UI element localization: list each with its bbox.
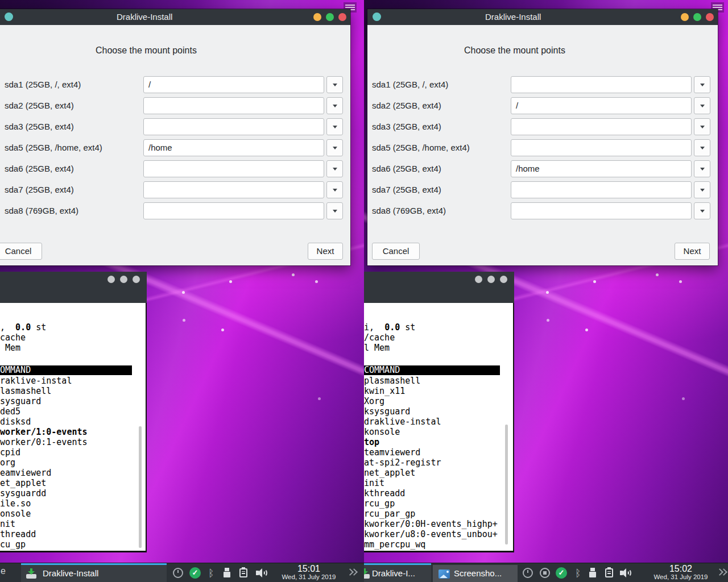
usb-device-icon[interactable]: [221, 567, 233, 579]
cancel-button[interactable]: Cancel: [0, 243, 42, 260]
clock-date: Wed, 31 July 2019: [643, 573, 718, 581]
command-column-header: COMMAND: [364, 365, 500, 375]
window-button[interactable]: [500, 276, 507, 283]
combo-dropdown-button[interactable]: [326, 181, 343, 198]
chevron-down-icon: [333, 147, 337, 149]
usb-device-icon[interactable]: [587, 567, 598, 579]
maximize-button[interactable]: [326, 13, 334, 21]
partition-label: sda5 (25GB, /home, ext4): [5, 143, 102, 152]
next-button[interactable]: Next: [675, 243, 710, 260]
combo-dropdown-button[interactable]: [326, 139, 343, 156]
process-name: cu_gp: [0, 539, 141, 550]
panel-expander-icon[interactable]: [717, 568, 728, 579]
window-titlebar[interactable]: Draklive-Install: [367, 9, 718, 25]
digital-clock[interactable]: 15:02 Wed, 31 July 2019: [643, 564, 718, 581]
combo-dropdown-button[interactable]: [694, 118, 710, 135]
partition-label: sda7 (25GB, ext4): [372, 185, 441, 194]
process-list: plasmashellkwin_x11Xorgksysguarddraklive…: [364, 376, 508, 550]
combo-dropdown-button[interactable]: [326, 97, 343, 114]
mount-point-row: sda1 (25GB, /, ext4) /: [0, 76, 350, 97]
close-button[interactable]: [338, 13, 346, 21]
combo-dropdown-button[interactable]: [326, 202, 343, 219]
window-titlebar[interactable]: Draklive-Install: [0, 9, 350, 25]
alert-icon[interactable]: [172, 567, 184, 579]
maximize-button[interactable]: [693, 13, 701, 21]
window-title: Draklive-Install: [117, 12, 172, 22]
window-button[interactable]: [133, 276, 140, 283]
combo-dropdown-button[interactable]: [694, 76, 710, 93]
bluetooth-icon[interactable]: ᛒ: [205, 567, 217, 579]
mount-point-input[interactable]: [143, 181, 324, 198]
terminal-line: l Mem: [364, 343, 508, 353]
mount-point-input[interactable]: [511, 202, 692, 219]
volume-icon[interactable]: [256, 567, 267, 579]
terminal-content[interactable]: , 0.0 stcache Mem OMMAND raklive-install…: [0, 303, 147, 552]
bluetooth-icon[interactable]: ᛒ: [572, 567, 584, 579]
mount-point-input[interactable]: /home: [511, 160, 692, 177]
record-icon[interactable]: [539, 567, 551, 579]
alert-icon[interactable]: [522, 567, 533, 579]
clipboard-icon[interactable]: [603, 567, 615, 579]
task-button-screenshot[interactable]: Screensho...: [433, 565, 518, 582]
window-button[interactable]: [107, 276, 115, 283]
terminal-scrollbar[interactable]: [505, 425, 508, 544]
wallpaper-sparkles: [364, 0, 366, 2]
minimize-button[interactable]: [681, 13, 689, 21]
chevron-down-icon: [700, 126, 705, 128]
terminal-content[interactable]: i, 0.0 st/cachel Mem COMMAND plasmashell…: [364, 303, 514, 552]
process-name: et_applet: [0, 478, 141, 488]
terminal-titlebar[interactable]: [0, 272, 147, 303]
check-icon[interactable]: ✓: [556, 567, 567, 579]
terminal-scrollbar[interactable]: [139, 426, 142, 548]
window-button[interactable]: [487, 276, 495, 283]
mount-point-input[interactable]: [511, 76, 692, 93]
digital-clock[interactable]: 15:01 Wed, 31 July 2019: [271, 564, 346, 581]
combo-dropdown-button[interactable]: [326, 118, 343, 135]
combo-dropdown-button[interactable]: [694, 97, 710, 114]
panel-expander-icon[interactable]: [347, 568, 358, 579]
dialog-heading: Choose the mount points: [96, 45, 197, 56]
window-button[interactable]: [120, 276, 127, 283]
mount-point-input[interactable]: /: [143, 76, 324, 93]
mount-point-input[interactable]: /: [511, 97, 692, 114]
cancel-button[interactable]: Cancel: [372, 243, 420, 260]
chevron-down-icon: [333, 105, 337, 107]
combo-dropdown-button[interactable]: [326, 76, 343, 93]
cut-task-button[interactable]: e: [1, 566, 6, 576]
process-name: onsole: [0, 509, 141, 519]
terminal-titlebar[interactable]: [364, 272, 514, 303]
chevron-down-icon: [333, 126, 337, 128]
mount-point-row: sda5 (25GB, /home, ext4) /home: [0, 139, 350, 160]
mount-point-input[interactable]: [143, 97, 324, 114]
command-column-header: OMMAND: [0, 365, 132, 375]
combo-dropdown-button[interactable]: [694, 139, 710, 156]
minimize-button[interactable]: [313, 13, 321, 21]
window-button[interactable]: [475, 276, 482, 283]
combo-dropdown-button[interactable]: [694, 160, 710, 177]
mount-point-row: sda2 (25GB, ext4): [0, 97, 350, 118]
mount-point-input[interactable]: /home: [143, 139, 324, 156]
mount-point-input[interactable]: [143, 160, 324, 177]
mount-point-input[interactable]: [511, 181, 692, 198]
task-button-draklive[interactable]: Draklive-Install: [21, 565, 167, 582]
close-button[interactable]: [706, 13, 714, 21]
volume-icon[interactable]: [620, 567, 631, 579]
process-name: rcu_par_gp: [364, 509, 508, 519]
combo-dropdown-button[interactable]: [694, 202, 710, 219]
partition-label: sda6 (25GB, ext4): [5, 164, 74, 173]
process-name: draklive-instal: [364, 417, 508, 427]
partition-label: sda8 (769GB, ext4): [372, 206, 446, 215]
mount-point-input[interactable]: [511, 118, 692, 135]
mount-point-input[interactable]: [143, 118, 324, 135]
task-button-draklive[interactable]: Draklive-I...: [364, 565, 431, 582]
check-icon[interactable]: ✓: [189, 567, 201, 579]
mount-point-input[interactable]: [143, 202, 324, 219]
clipboard-icon[interactable]: [238, 567, 249, 579]
chevron-down-icon: [700, 168, 705, 171]
next-button[interactable]: Next: [308, 243, 343, 260]
combo-dropdown-button[interactable]: [326, 160, 343, 177]
terminal-line: cache: [0, 332, 141, 343]
process-name: net_applet: [364, 468, 508, 478]
mount-point-input[interactable]: [511, 139, 692, 156]
combo-dropdown-button[interactable]: [694, 181, 710, 198]
